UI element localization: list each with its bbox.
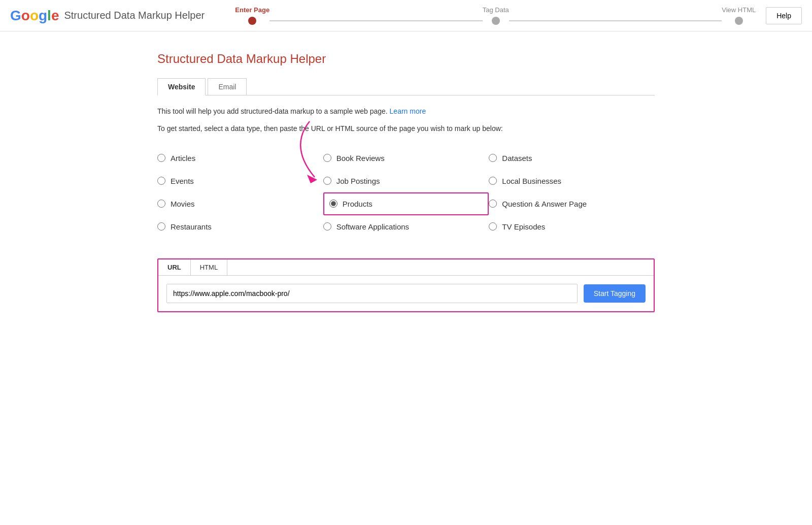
step-tag-data-dot — [492, 17, 500, 25]
url-input-row: Start Tagging — [158, 276, 654, 311]
radio-options-grid: Articles Book Reviews Datasets Events Jo… — [157, 147, 655, 238]
step-enter-page-label: Enter Page — [235, 6, 269, 14]
radio-question-answer-label: Question & Answer Page — [502, 200, 587, 208]
page-tabs: Website Email — [157, 78, 655, 95]
radio-question-answer-input[interactable] — [489, 200, 497, 208]
logo-letter-e: e — [51, 8, 59, 24]
radio-job-postings-input[interactable] — [323, 177, 331, 185]
radio-datasets-input[interactable] — [489, 154, 497, 162]
step-view-html-dot — [735, 17, 743, 25]
page-heading: Structured Data Markup Helper — [157, 52, 655, 66]
help-button[interactable]: Help — [766, 7, 802, 24]
radio-products[interactable]: Products — [323, 192, 489, 215]
radio-tv-episodes[interactable]: TV Episodes — [489, 215, 655, 238]
radio-events[interactable]: Events — [157, 170, 323, 192]
url-tab-html[interactable]: HTML — [191, 259, 227, 275]
progress-line-1 — [269, 20, 483, 21]
radio-movies-input[interactable] — [157, 200, 165, 208]
url-section: URL HTML Start Tagging — [157, 258, 655, 312]
radio-tv-episodes-input[interactable] — [489, 222, 497, 231]
radio-job-postings[interactable]: Job Postings — [323, 170, 489, 192]
radio-restaurants[interactable]: Restaurants — [157, 215, 323, 238]
radio-restaurants-label: Restaurants — [171, 222, 212, 231]
radio-events-label: Events — [171, 177, 194, 185]
radio-software-applications-input[interactable] — [323, 222, 331, 231]
radio-grid-wrapper: Articles Book Reviews Datasets Events Jo… — [157, 147, 655, 238]
progress-bar: Enter Page Tag Data View HTML — [235, 6, 756, 25]
step-tag-data: Tag Data — [483, 6, 509, 25]
radio-tv-episodes-label: TV Episodes — [502, 222, 545, 231]
logo-letter-o2: o — [30, 8, 39, 24]
radio-job-postings-label: Job Postings — [336, 177, 380, 185]
tab-email[interactable]: Email — [208, 78, 247, 95]
logo-letter-l: l — [47, 8, 51, 24]
header-title: Structured Data Markup Helper — [64, 10, 205, 21]
radio-datasets[interactable]: Datasets — [489, 147, 655, 170]
radio-book-reviews[interactable]: Book Reviews — [323, 147, 489, 170]
url-tab-url[interactable]: URL — [158, 259, 191, 275]
radio-local-businesses[interactable]: Local Businesses — [489, 170, 655, 192]
tab-website[interactable]: Website — [157, 78, 206, 95]
url-input[interactable] — [166, 284, 578, 303]
start-tagging-button[interactable]: Start Tagging — [584, 284, 646, 303]
radio-software-applications-label: Software Applications — [336, 222, 409, 231]
step-view-html: View HTML — [722, 6, 756, 25]
radio-movies-label: Movies — [171, 200, 195, 208]
radio-restaurants-input[interactable] — [157, 222, 165, 231]
step-tag-data-label: Tag Data — [483, 6, 509, 14]
step-view-html-label: View HTML — [722, 6, 756, 14]
header: G o o g l e Structured Data Markup Helpe… — [0, 0, 812, 31]
radio-local-businesses-input[interactable] — [489, 177, 497, 185]
progress-line-2 — [509, 20, 722, 21]
radio-articles-label: Articles — [171, 154, 195, 162]
radio-events-input[interactable] — [157, 177, 165, 185]
logo-letter-o1: o — [21, 8, 30, 24]
logo-letter-g2: g — [39, 8, 47, 24]
description-1: This tool will help you add structured-d… — [157, 106, 655, 117]
radio-book-reviews-input[interactable] — [323, 154, 331, 162]
radio-question-answer[interactable]: Question & Answer Page — [489, 192, 655, 215]
radio-products-label: Products — [343, 200, 373, 208]
url-tabs: URL HTML — [158, 259, 654, 276]
radio-book-reviews-label: Book Reviews — [336, 154, 385, 162]
radio-software-applications[interactable]: Software Applications — [323, 215, 489, 238]
main-content: Structured Data Markup Helper Website Em… — [127, 52, 685, 312]
google-logo: G o o g l e — [10, 8, 59, 24]
radio-datasets-label: Datasets — [502, 154, 532, 162]
desc1-text: This tool will help you add structured-d… — [157, 107, 388, 115]
radio-products-input[interactable] — [329, 200, 337, 208]
radio-local-businesses-label: Local Businesses — [502, 177, 561, 185]
step-enter-page-dot — [248, 17, 256, 25]
learn-more-link[interactable]: Learn more — [390, 107, 426, 115]
logo-letter-g: G — [10, 8, 21, 24]
description-2: To get started, select a data type, then… — [157, 123, 655, 134]
step-enter-page: Enter Page — [235, 6, 269, 25]
radio-articles[interactable]: Articles — [157, 147, 323, 170]
radio-movies[interactable]: Movies — [157, 192, 323, 215]
radio-articles-input[interactable] — [157, 154, 165, 162]
